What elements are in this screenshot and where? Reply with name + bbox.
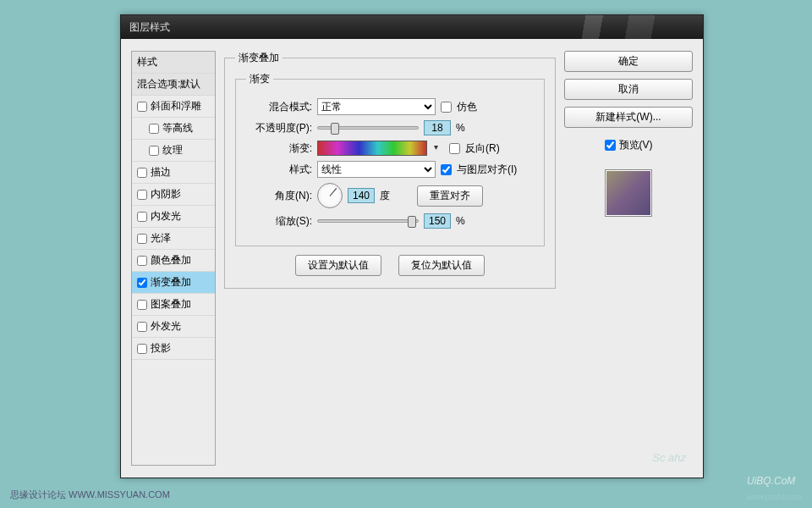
checkbox-icon[interactable] bbox=[149, 146, 159, 156]
section-title: 渐变叠加 bbox=[235, 51, 283, 65]
opacity-input[interactable]: 18 bbox=[424, 120, 451, 135]
blend-mode-label: 混合模式: bbox=[246, 100, 312, 114]
reset-default-button[interactable]: 复位为默认值 bbox=[398, 255, 485, 276]
gradient-picker[interactable] bbox=[317, 141, 427, 156]
dither-label: 仿色 bbox=[457, 100, 477, 114]
preview-checkbox[interactable] bbox=[605, 140, 616, 151]
opacity-slider[interactable] bbox=[317, 126, 419, 130]
blend-mode-select[interactable]: 正常 bbox=[317, 98, 436, 115]
scale-input[interactable]: 150 bbox=[424, 213, 451, 229]
checkbox-icon[interactable] bbox=[137, 344, 147, 354]
right-panel: 确定 取消 新建样式(W)... 预览(V) bbox=[564, 51, 693, 466]
sidebar-blend-header[interactable]: 混合选项:默认 bbox=[132, 74, 215, 96]
checkbox-icon[interactable] bbox=[137, 234, 147, 244]
sidebar-item-stroke[interactable]: 描边 bbox=[132, 162, 215, 184]
checkbox-icon[interactable] bbox=[137, 322, 147, 332]
gradient-label: 渐变: bbox=[246, 141, 312, 156]
percent-label: % bbox=[456, 215, 465, 227]
slider-thumb-icon[interactable] bbox=[408, 216, 416, 228]
new-style-button[interactable]: 新建样式(W)... bbox=[564, 107, 693, 128]
align-checkbox[interactable] bbox=[441, 164, 452, 175]
set-default-button[interactable]: 设置为默认值 bbox=[295, 255, 381, 276]
sidebar-item-color-overlay[interactable]: 颜色叠加 bbox=[132, 250, 215, 272]
slider-thumb-icon[interactable] bbox=[331, 123, 339, 135]
sidebar-item-drop-shadow[interactable]: 投影 bbox=[132, 338, 215, 360]
checkbox-icon[interactable] bbox=[137, 256, 147, 266]
sidebar-item-contour[interactable]: 等高线 bbox=[132, 118, 215, 140]
sidebar-item-gradient-overlay[interactable]: 渐变叠加 bbox=[132, 272, 215, 294]
layer-style-dialog: 图层样式 样式 混合选项:默认 斜面和浮雕 等高线 纹理 描边 内阴影 内发光 … bbox=[120, 14, 704, 478]
reset-align-button[interactable]: 重置对齐 bbox=[417, 185, 483, 207]
checkbox-icon[interactable] bbox=[149, 124, 159, 134]
ok-button[interactable]: 确定 bbox=[564, 51, 693, 72]
scale-slider[interactable] bbox=[317, 219, 419, 223]
main-panel: 渐变叠加 渐变 混合模式: 正常 仿色 不透明度(P): 18 % bbox=[224, 51, 556, 466]
dialog-title: 图层样式 bbox=[129, 20, 170, 35]
sidebar-item-inner-shadow[interactable]: 内阴影 bbox=[132, 184, 215, 206]
footer-brand: UiBQ.CoM www.psahz.com bbox=[747, 472, 802, 503]
reverse-label: 反向(R) bbox=[465, 141, 500, 156]
footer-credit: 思缘设计论坛 WWW.MISSYUAN.COM bbox=[10, 489, 170, 501]
degree-label: 度 bbox=[380, 189, 390, 203]
percent-label: % bbox=[456, 122, 465, 134]
gradient-group: 渐变 混合模式: 正常 仿色 不透明度(P): 18 % 渐变: bbox=[235, 72, 545, 246]
sidebar-item-bevel[interactable]: 斜面和浮雕 bbox=[132, 96, 215, 118]
preview-swatch bbox=[605, 169, 652, 217]
sidebar-item-outer-glow[interactable]: 外发光 bbox=[132, 316, 215, 338]
gradient-overlay-section: 渐变叠加 渐变 混合模式: 正常 仿色 不透明度(P): 18 % bbox=[224, 51, 556, 289]
cancel-button[interactable]: 取消 bbox=[564, 79, 693, 100]
angle-dial[interactable] bbox=[317, 183, 343, 208]
style-select[interactable]: 线性 bbox=[317, 161, 436, 178]
checkbox-icon[interactable] bbox=[137, 102, 147, 112]
titlebar[interactable]: 图层样式 bbox=[121, 15, 703, 39]
reverse-checkbox[interactable] bbox=[449, 143, 460, 154]
watermark: Sc ahz bbox=[652, 451, 686, 464]
group-title: 渐变 bbox=[246, 72, 273, 86]
sidebar-item-texture[interactable]: 纹理 bbox=[132, 140, 215, 162]
align-label: 与图层对齐(I) bbox=[457, 163, 517, 177]
preview-label: 预览(V) bbox=[619, 138, 653, 152]
checkbox-icon[interactable] bbox=[137, 212, 147, 222]
opacity-label: 不透明度(P): bbox=[246, 121, 312, 135]
angle-input[interactable]: 140 bbox=[348, 188, 375, 203]
sidebar-styles-header[interactable]: 样式 bbox=[132, 52, 215, 74]
sidebar-item-satin[interactable]: 光泽 bbox=[132, 228, 215, 250]
checkbox-icon[interactable] bbox=[137, 190, 147, 200]
scale-label: 缩放(S): bbox=[246, 214, 312, 229]
effects-sidebar: 样式 混合选项:默认 斜面和浮雕 等高线 纹理 描边 内阴影 内发光 光泽 颜色… bbox=[131, 51, 216, 466]
angle-label: 角度(N): bbox=[246, 189, 312, 203]
dither-checkbox[interactable] bbox=[441, 102, 452, 113]
sidebar-item-pattern-overlay[interactable]: 图案叠加 bbox=[132, 294, 215, 316]
checkbox-icon[interactable] bbox=[137, 168, 147, 178]
sidebar-item-inner-glow[interactable]: 内发光 bbox=[132, 206, 215, 228]
checkbox-icon[interactable] bbox=[137, 278, 147, 288]
style-label: 样式: bbox=[246, 163, 312, 177]
checkbox-icon[interactable] bbox=[137, 300, 147, 310]
